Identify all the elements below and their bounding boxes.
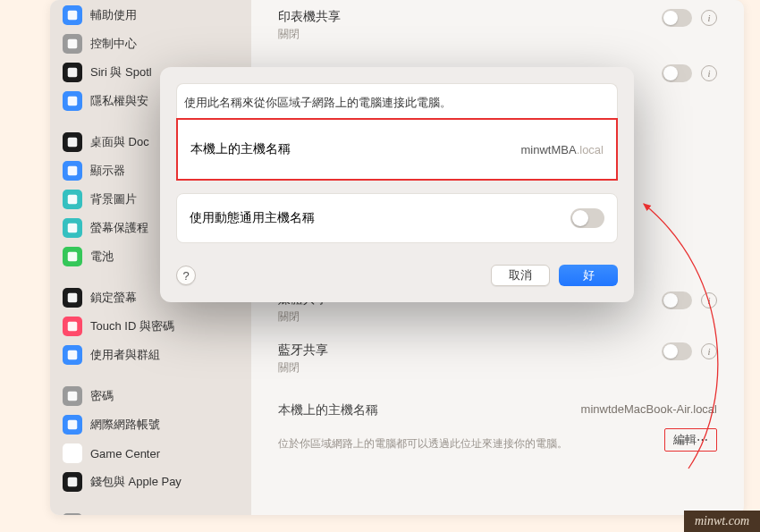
- help-button[interactable]: ?: [176, 266, 196, 285]
- dynamic-hostname-toggle[interactable]: [570, 208, 604, 228]
- modal-description: 使用此名稱來從你區域子網路上的電腦連接此電腦。: [176, 83, 618, 118]
- hostname-field-value: minwtMBA.local: [521, 143, 604, 156]
- settings-window: 輔助使用控制中心Siri 與 Spotl隱私權與安桌面與 Doc顯示器背景圖片螢…: [50, 0, 744, 515]
- hostname-field-label: 本機上的主機名稱: [190, 141, 291, 157]
- cancel-button[interactable]: 取消: [491, 265, 550, 286]
- hostname-modal: 使用此名稱來從你區域子網路上的電腦連接此電腦。 本機上的主機名稱 minwtMB…: [160, 67, 634, 302]
- dynamic-hostname-label: 使用動態通用主機名稱: [190, 210, 315, 226]
- watermark: minwt.com: [684, 511, 760, 532]
- modal-backdrop: 使用此名稱來從你區域子網路上的電腦連接此電腦。 本機上的主機名稱 minwtMB…: [50, 0, 744, 515]
- dynamic-hostname-row: 使用動態通用主機名稱: [176, 193, 618, 243]
- hostname-field-row[interactable]: 本機上的主機名稱 minwtMBA.local: [176, 118, 618, 181]
- ok-button[interactable]: 好: [559, 265, 618, 286]
